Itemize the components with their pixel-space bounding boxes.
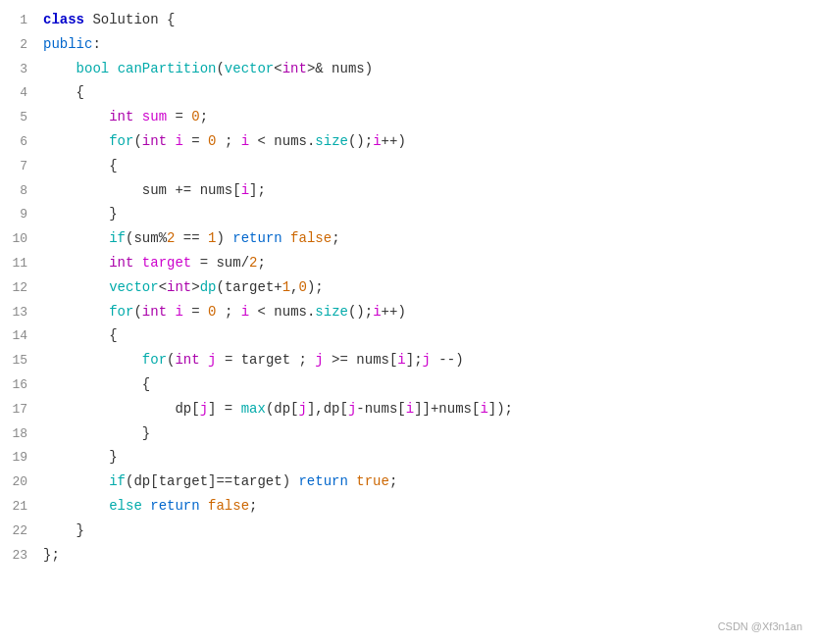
line-number: 14	[0, 326, 39, 347]
line-content: bool canPartition(vector<int>& nums)	[39, 58, 818, 79]
line-content: }	[39, 520, 818, 541]
table-row: 18 }	[0, 421, 818, 446]
table-row: 8 sum += nums[i];	[0, 178, 818, 203]
line-number: 6	[0, 132, 39, 153]
table-row: 6 for(int i = 0 ; i < nums.size();i++)	[0, 129, 818, 154]
table-row: 17 dp[j] = max(dp[j],dp[j-nums[i]]+nums[…	[0, 397, 818, 421]
line-content: for(int i = 0 ; i < nums.size();i++)	[39, 130, 818, 152]
line-content: for(int j = target ; j >= nums[i];j --)	[39, 349, 818, 371]
table-row: 3 bool canPartition(vector<int>& nums)	[0, 57, 818, 81]
line-number: 21	[0, 497, 39, 518]
line-content: vector<int>dp(target+1,0);	[39, 276, 818, 298]
line-number: 8	[0, 181, 39, 202]
line-content: }	[39, 422, 818, 444]
table-row: 12 vector<int>dp(target+1,0);	[0, 275, 818, 300]
table-row: 16 {	[0, 372, 818, 397]
line-number: 20	[0, 472, 39, 493]
line-number: 19	[0, 448, 39, 469]
line-number: 18	[0, 424, 39, 445]
line-content: {	[39, 81, 818, 103]
table-row: 21 else return false;	[0, 494, 818, 519]
table-row: 19 }	[0, 445, 818, 470]
line-content: {	[39, 373, 818, 395]
line-number: 12	[0, 278, 39, 299]
line-number: 17	[0, 400, 39, 421]
line-content: dp[j] = max(dp[j],dp[j-nums[i]]+nums[i])…	[39, 398, 818, 420]
line-number: 3	[0, 60, 39, 80]
line-number: 10	[0, 229, 39, 250]
line-number: 7	[0, 157, 39, 177]
table-row: 9 }	[0, 202, 818, 226]
line-content: else return false;	[39, 495, 818, 517]
line-number: 9	[0, 205, 39, 225]
table-row: 11 int target = sum/2;	[0, 251, 818, 275]
table-row: 14 {	[0, 323, 818, 348]
table-row: 22 }	[0, 519, 818, 543]
line-number: 4	[0, 83, 39, 104]
watermark: CSDN @Xf3n1an	[718, 619, 802, 636]
line-number: 23	[0, 546, 39, 567]
code-editor: 1class Solution {2public:3 bool canParti…	[0, 0, 818, 644]
table-row: 5 int sum = 0;	[0, 105, 818, 129]
line-number: 16	[0, 375, 39, 396]
table-row: 23};	[0, 543, 818, 568]
line-content: public:	[39, 33, 818, 55]
line-content: {	[39, 155, 818, 176]
line-number: 1	[0, 11, 39, 31]
line-content: }	[39, 446, 818, 468]
line-content: int target = sum/2;	[39, 252, 818, 273]
line-content: if(dp[target]==target) return true;	[39, 471, 818, 492]
table-row: 10 if(sum%2 == 1) return false;	[0, 226, 818, 251]
table-row: 15 for(int j = target ; j >= nums[i];j -…	[0, 348, 818, 372]
line-content: int sum = 0;	[39, 106, 818, 127]
line-number: 2	[0, 35, 39, 56]
line-content: for(int i = 0 ; i < nums.size();i++)	[39, 301, 818, 322]
line-content: class Solution {	[39, 9, 818, 30]
table-row: 7 {	[0, 154, 818, 178]
line-content: {	[39, 324, 818, 346]
table-row: 4 {	[0, 80, 818, 105]
line-content: sum += nums[i];	[39, 179, 818, 201]
line-content: }	[39, 203, 818, 224]
line-number: 15	[0, 351, 39, 372]
code-lines-container: 1class Solution {2public:3 bool canParti…	[0, 8, 818, 567]
table-row: 20 if(dp[target]==target) return true;	[0, 470, 818, 494]
line-number: 5	[0, 108, 39, 128]
table-row: 1class Solution {	[0, 8, 818, 32]
line-number: 22	[0, 521, 39, 542]
line-content: if(sum%2 == 1) return false;	[39, 227, 818, 249]
table-row: 2public:	[0, 32, 818, 57]
table-row: 13 for(int i = 0 ; i < nums.size();i++)	[0, 300, 818, 324]
line-number: 11	[0, 254, 39, 274]
line-number: 13	[0, 303, 39, 323]
line-content: };	[39, 544, 818, 566]
